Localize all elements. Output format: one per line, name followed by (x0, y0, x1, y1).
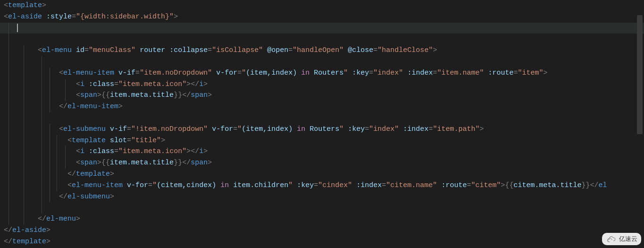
code-line[interactable]: <el-aside :style="{width:sidebar.width}"… (0, 11, 644, 23)
code-lines[interactable]: <template><el-aside :style="{width:sideb… (0, 0, 644, 248)
code-line[interactable] (0, 202, 644, 214)
token-str: "{width:sidebar.width}" (76, 13, 174, 21)
code-line[interactable] (0, 34, 644, 45)
token-punct: ></ (186, 147, 199, 155)
indent-guide (24, 191, 24, 203)
indent-guide (24, 90, 24, 101)
token-tag: i (80, 147, 84, 155)
token-str: "index" (369, 125, 399, 133)
code-line[interactable]: </template> (0, 236, 644, 248)
token-punct: < (38, 46, 42, 54)
indent-guide (24, 157, 24, 169)
token-str: "isCollapse" (212, 46, 263, 54)
code-line[interactable]: <el-menu-item v-for="(citem,cindex) in i… (0, 180, 644, 191)
indent-guide (42, 169, 42, 180)
indent-guide (42, 202, 42, 214)
indent-guide (24, 101, 24, 112)
code-line[interactable]: <span>{{item.meta.title}}</span> (0, 90, 644, 101)
code-editor[interactable]: <template><el-aside :style="{width:sideb… (0, 0, 644, 248)
token-str: "item.meta.icon" (118, 147, 186, 155)
indent-guide (8, 68, 9, 79)
token-attr: v-if (110, 125, 127, 133)
indent-guide (57, 135, 57, 146)
token-punct: </ (182, 91, 191, 99)
token-punct: </ (59, 103, 67, 111)
indent-guide (24, 202, 24, 214)
indent-guide (42, 79, 42, 90)
indent-guide (24, 180, 24, 191)
code-line[interactable]: </el-aside> (0, 225, 644, 236)
token-punct: < (59, 125, 63, 133)
token-str: "menuClass" (89, 46, 135, 54)
scroll-thumb[interactable] (637, 15, 643, 134)
token-punct: = (373, 46, 377, 54)
token-tag: el-aside (8, 13, 42, 21)
code-line[interactable] (0, 112, 644, 124)
indent-guide (8, 45, 9, 56)
code-line[interactable]: <el-menu-item v-if="item.noDropdown" v-f… (0, 68, 644, 79)
indent-guide (8, 180, 9, 191)
indent-guide (24, 45, 24, 56)
code-line[interactable]: <template slot="title"> (0, 135, 644, 146)
code-line[interactable]: </el-menu> (0, 214, 644, 225)
indent-guide (65, 90, 66, 101)
indent-guide (57, 180, 57, 191)
code-line[interactable]: <template> (0, 0, 644, 11)
token-txt (84, 80, 89, 88)
code-line[interactable]: <span>{{item.meta.title}}</span> (0, 157, 644, 169)
indent-guide (8, 169, 9, 180)
token-attr: v-for (127, 181, 148, 189)
watermark-badge: 亿速云 (602, 233, 641, 245)
token-punct: > (110, 170, 114, 178)
token-str: "handleOpen" (293, 46, 343, 54)
token-tag: template (12, 238, 46, 246)
token-tag: el-menu (42, 46, 72, 54)
token-key: in (301, 69, 309, 77)
code-line[interactable]: </el-menu-item> (0, 101, 644, 112)
indent-guide (42, 112, 42, 124)
vertical-scrollbar[interactable] (636, 0, 643, 248)
token-txt (348, 69, 352, 77)
indent-guide (24, 214, 24, 225)
token-punct: {{ (101, 159, 110, 167)
token-attr: :key (348, 125, 365, 133)
token-key: in (220, 181, 229, 189)
code-line[interactable]: <el-menu id="menuClass" router :collapse… (0, 45, 644, 56)
token-punct: = (382, 181, 386, 189)
token-punct: </ (4, 226, 12, 234)
token-txt (106, 125, 110, 133)
token-str: " (343, 69, 348, 77)
code-line[interactable]: </el-submenu> (0, 191, 644, 203)
code-line[interactable]: <i :class="item.meta.icon"></i> (0, 146, 644, 157)
token-tag: span (80, 159, 97, 167)
token-punct: </ (67, 170, 76, 178)
code-line[interactable]: <el-submenu v-if="!item.noDropdown" v-fo… (0, 124, 644, 135)
token-punct: = (127, 125, 131, 133)
code-line[interactable] (0, 56, 644, 68)
indent-guide (8, 135, 9, 146)
token-str: "item" (518, 69, 543, 77)
token-punct: </ (590, 181, 599, 189)
indent-guide (42, 146, 42, 157)
indent-guide (8, 112, 9, 124)
token-punct: < (4, 13, 8, 21)
indent-guide (24, 68, 24, 79)
indent-guide (57, 146, 57, 157)
token-attr: :index (356, 181, 382, 189)
token-tag: template (8, 1, 42, 9)
token-tag: el-aside (12, 226, 46, 234)
indent-guide (24, 79, 24, 90)
code-line[interactable] (0, 23, 644, 34)
token-punct: > (433, 46, 437, 54)
token-punct: > (46, 226, 50, 234)
token-tag: el (599, 181, 607, 189)
code-line[interactable]: <i :class="item.meta.icon"></i> (0, 79, 644, 90)
token-punct: < (4, 1, 8, 9)
code-line[interactable]: </template> (0, 169, 644, 180)
token-attr: slot (110, 137, 127, 145)
indent-guide (42, 90, 42, 101)
token-punct: = (233, 125, 237, 133)
token-punct: < (76, 147, 80, 155)
indent-guide (50, 101, 50, 112)
token-txt (165, 46, 169, 54)
